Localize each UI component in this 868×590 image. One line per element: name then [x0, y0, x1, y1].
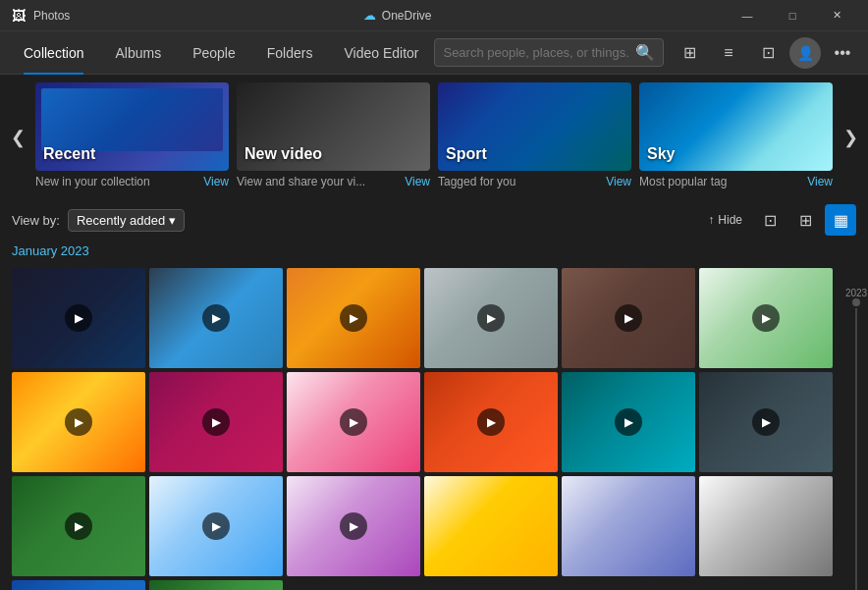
- card-label-recent: Recent: [43, 145, 95, 163]
- onedrive-label: OneDrive: [382, 9, 432, 23]
- viewby-select[interactable]: Recently added ▾: [68, 209, 185, 232]
- featured-card-footer-sky: Most popular tag View: [639, 171, 833, 192]
- search-bar[interactable]: 🔍: [434, 38, 664, 67]
- close-button[interactable]: ✕: [815, 0, 860, 31]
- nav-item-folders[interactable]: Folders: [251, 31, 329, 75]
- titlebar-controls: — □ ✕: [725, 0, 860, 31]
- photo-thumb[interactable]: ▶: [149, 476, 283, 576]
- navbar: Collection Albums People Folders Video E…: [0, 31, 868, 75]
- card-view-sky[interactable]: View: [807, 175, 833, 188]
- viewby-left: View by: Recently added ▾: [12, 209, 185, 232]
- photo-thumb[interactable]: ▶: [562, 268, 695, 368]
- card-subtitle-recent: New in your collection: [35, 175, 150, 188]
- prev-arrow[interactable]: ❮: [0, 127, 35, 148]
- featured-card-img-recent: Recent: [35, 82, 229, 171]
- featured-card-recent[interactable]: Recent New in your collection View: [35, 82, 229, 192]
- photo-thumb[interactable]: ▶: [424, 372, 558, 472]
- play-icon: ▶: [477, 408, 505, 436]
- gallery-section: January 2023: [0, 240, 868, 268]
- app-title: Photos: [33, 9, 70, 23]
- featured-cards: Recent New in your collection View New v…: [35, 82, 833, 192]
- photo-thumb[interactable]: ▶: [287, 476, 420, 576]
- nav-icons: ⊞ ≡ ⊡ 👤 •••: [672, 35, 860, 71]
- play-icon: ▶: [202, 408, 230, 436]
- photo-thumb[interactable]: ▶: [699, 372, 833, 472]
- up-arrow-icon: ↑: [708, 213, 714, 227]
- play-icon: ▶: [202, 304, 230, 332]
- photo-thumb[interactable]: [562, 476, 695, 576]
- search-icon: 🔍: [635, 43, 655, 62]
- photo-thumb[interactable]: ▶: [287, 268, 420, 368]
- photo-thumb[interactable]: ▶: [562, 372, 695, 472]
- photo-thumb[interactable]: ▶: [12, 476, 145, 576]
- card-subtitle-sport: Tagged for you: [438, 175, 515, 188]
- view-mode-large[interactable]: ▦: [825, 204, 856, 236]
- maximize-button[interactable]: □: [770, 0, 815, 31]
- nav-item-collection[interactable]: Collection: [8, 31, 99, 75]
- timeline-sidebar: 2023 2022: [844, 268, 868, 590]
- card-view-sport[interactable]: View: [606, 175, 631, 188]
- photo-thumb[interactable]: ▶: [287, 372, 420, 472]
- play-icon: ▶: [340, 304, 367, 332]
- featured-card-footer-sport: Tagged for you View: [438, 171, 631, 192]
- card-subtitle-newvideo: View and share your vi...: [237, 175, 365, 188]
- play-icon: ▶: [752, 408, 780, 436]
- chevron-down-icon: ▾: [169, 213, 176, 228]
- photo-thumb[interactable]: ▶: [149, 372, 283, 472]
- card-subtitle-sky: Most popular tag: [639, 175, 727, 188]
- card-view-newvideo[interactable]: View: [405, 175, 430, 188]
- timeline-line: [855, 308, 857, 590]
- play-icon: ▶: [65, 304, 92, 332]
- viewby-selected: Recently added: [77, 213, 165, 228]
- onedrive-icon: ☁: [363, 8, 376, 23]
- date-label: January 2023: [12, 243, 856, 258]
- featured-card-img-sport: Sport: [438, 82, 631, 171]
- photo-thumb[interactable]: ▶: [12, 372, 145, 472]
- featured-card-sky[interactable]: Sky Most popular tag View: [639, 82, 833, 192]
- nav-item-people[interactable]: People: [177, 31, 251, 75]
- play-icon: ▶: [202, 512, 230, 540]
- nav-item-videoeditor[interactable]: Video Editor: [328, 31, 434, 75]
- view-mode-small[interactable]: ⊡: [754, 204, 786, 236]
- play-icon: ▶: [65, 512, 92, 540]
- minimize-button[interactable]: —: [725, 0, 770, 31]
- featured-card-footer-recent: New in your collection View: [35, 171, 229, 192]
- photo-thumb[interactable]: ▶: [12, 268, 145, 368]
- view-toggle-icon[interactable]: ⊞: [672, 35, 707, 71]
- play-icon: ▶: [65, 408, 92, 436]
- play-icon: ▶: [477, 304, 505, 332]
- photo-thumb[interactable]: [149, 580, 283, 590]
- featured-card-sport[interactable]: Sport Tagged for you View: [438, 82, 631, 192]
- viewby-bar: View by: Recently added ▾ ↑ Hide ⊡ ⊞ ▦: [0, 200, 868, 240]
- photo-grid: ▶ ▶ ▶ ▶ ▶ ▶ ▶ ▶ ▶ ▶ ▶ ▶ ▶ ▶ ▶: [0, 268, 844, 590]
- play-icon: ▶: [615, 304, 642, 332]
- photo-thumb[interactable]: [424, 476, 558, 576]
- viewby-right: ↑ Hide ⊡ ⊞ ▦: [708, 204, 856, 236]
- card-view-recent[interactable]: View: [203, 175, 229, 188]
- featured-strip: ❮ Recent New in your collection View New…: [0, 75, 868, 200]
- titlebar-left: 🖼 Photos: [12, 8, 70, 24]
- featured-card-img-sky: Sky: [639, 82, 833, 171]
- card-label-sky: Sky: [647, 145, 675, 163]
- card-label-newvideo: New video: [244, 145, 322, 163]
- photo-thumb[interactable]: ▶: [424, 268, 558, 368]
- timeline-year-2023[interactable]: 2023: [845, 288, 867, 298]
- avatar[interactable]: 👤: [789, 37, 821, 69]
- photo-thumb[interactable]: ▶: [149, 268, 283, 368]
- timeline-dot: [852, 298, 860, 306]
- photo-thumb[interactable]: ▶: [699, 268, 833, 368]
- nav-item-albums[interactable]: Albums: [99, 31, 177, 75]
- hide-button[interactable]: ↑ Hide: [708, 213, 742, 227]
- main-content: ❮ Recent New in your collection View New…: [0, 75, 868, 590]
- photo-thumb[interactable]: [12, 580, 145, 590]
- photo-thumb[interactable]: [699, 476, 833, 576]
- more-options-icon[interactable]: •••: [825, 35, 860, 71]
- filter-icon[interactable]: ≡: [711, 35, 746, 71]
- featured-card-newvideo[interactable]: New video View and share your vi... View: [237, 82, 430, 192]
- import-icon[interactable]: ⊡: [750, 35, 786, 71]
- next-arrow[interactable]: ❯: [833, 127, 868, 148]
- view-mode-medium[interactable]: ⊞: [789, 204, 821, 236]
- play-icon: ▶: [615, 408, 642, 436]
- featured-card-footer-newvideo: View and share your vi... View: [237, 171, 430, 192]
- search-input[interactable]: [443, 45, 629, 60]
